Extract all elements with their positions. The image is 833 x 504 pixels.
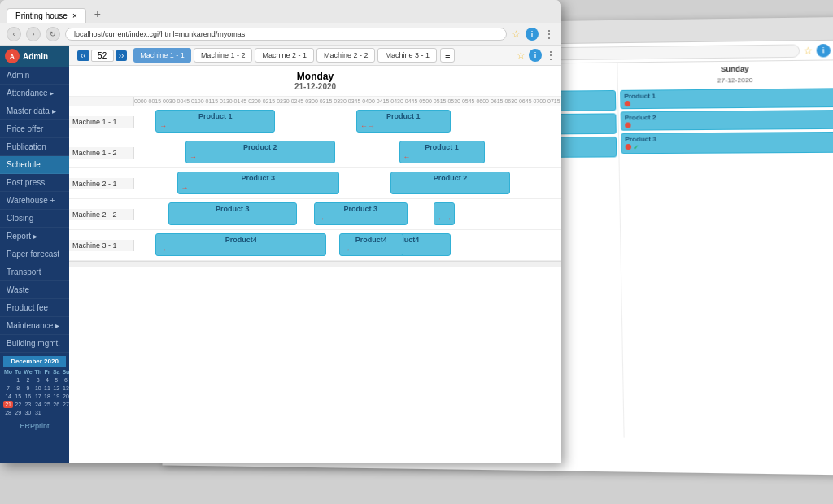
cal-day-4[interactable]: 4 xyxy=(43,376,51,384)
machine-tab-1[interactable]: Machine 1 - 2 xyxy=(194,48,253,63)
cal-day-9[interactable]: 9 xyxy=(23,385,33,392)
front-nav-back[interactable]: ‹ xyxy=(7,27,21,41)
gantt-row-0: Machine 1 - 1Product 1→Product 1←→ xyxy=(69,106,561,137)
cal-day-1[interactable]: 1 xyxy=(14,376,22,384)
cal-day-20[interactable]: 20 xyxy=(61,393,69,400)
toolbar-menu-icon[interactable]: ⋮ xyxy=(545,49,556,62)
front-nav-forward[interactable]: › xyxy=(26,27,41,41)
front-tab-new[interactable]: + xyxy=(88,5,107,23)
cal-day-18[interactable]: 18 xyxy=(43,393,51,400)
front-content: A Admin AdminAttendance ▸Master data ▸Pr… xyxy=(0,46,561,463)
cal-day-13[interactable]: 13 xyxy=(61,385,69,392)
cal-day-5[interactable]: 5 xyxy=(52,376,61,384)
sidebar-item-transport[interactable]: Transport xyxy=(0,263,69,281)
cal-day-19[interactable]: 19 xyxy=(52,393,61,400)
cal-day-2[interactable]: 2 xyxy=(23,376,33,384)
cal-day-3[interactable]: 3 xyxy=(34,376,43,384)
cal-day-25[interactable]: 25 xyxy=(43,401,51,408)
red-dot-icon xyxy=(624,101,630,106)
gantt-machine-label-4: Machine 3 - 1 xyxy=(69,240,134,251)
front-menu-icon[interactable]: ⋮ xyxy=(543,28,555,41)
gantt-header: Monday 21-12-2020 xyxy=(69,66,561,97)
sidebar-item-product-fee[interactable]: Product fee xyxy=(0,299,69,317)
gantt-scrollbar[interactable] xyxy=(69,261,561,267)
gantt-bar-3-2[interactable]: ←→ xyxy=(434,202,455,225)
sidebar-item-price-offer[interactable]: Price offer xyxy=(0,120,69,138)
grid-view-btn[interactable]: ≡ xyxy=(440,48,455,63)
cal-day-21[interactable]: 21 xyxy=(3,401,13,408)
sidebar-item-closing[interactable]: Closing xyxy=(0,210,69,228)
prev-week-btn[interactable]: ‹‹ xyxy=(77,50,89,61)
cal-day-30[interactable]: 30 xyxy=(23,409,33,416)
gantt-bar-2-0[interactable]: Product 3→ xyxy=(177,172,340,194)
cal-day-24[interactable]: 24 xyxy=(34,401,43,408)
front-bookmark-icon[interactable]: ☆ xyxy=(512,28,521,40)
gantt-rows: Machine 1 - 1Product 1→Product 1←→Machin… xyxy=(69,106,561,261)
sidebar-nav: AdminAttendance ▸Master data ▸Price offe… xyxy=(0,67,69,353)
sidebar-item-waste[interactable]: Waste xyxy=(0,281,69,299)
machine-tab-3[interactable]: Machine 2 - 2 xyxy=(316,48,376,63)
next-week-btn[interactable]: ›› xyxy=(116,50,128,61)
cal-day-10[interactable]: 10 xyxy=(34,385,43,392)
back-info-icon[interactable]: i xyxy=(816,43,831,57)
gantt-bar-0-1[interactable]: Product 1←→ xyxy=(356,110,451,133)
toolbar: ‹‹ ›› Machine 1 - 1Machine 1 - 2Machine … xyxy=(69,46,561,66)
gantt-bar-4-2[interactable]: Product4→ xyxy=(339,233,403,256)
front-tab-bar: Printing house × + xyxy=(0,0,561,23)
sidebar-item-paper-forecast[interactable]: Paper forecast xyxy=(0,245,69,263)
week-input[interactable] xyxy=(91,50,114,62)
gantt-bar-3-0[interactable]: Product 3 xyxy=(168,202,297,225)
cal-day-12[interactable]: 12 xyxy=(52,385,61,392)
cal-day-28[interactable]: 28 xyxy=(3,409,13,416)
back-bookmark-icon[interactable]: ☆ xyxy=(803,45,813,56)
cal-day-27[interactable]: 27 xyxy=(61,401,69,408)
machine-tab-2[interactable]: Machine 2 - 1 xyxy=(255,48,314,63)
gantt-bar-0-0[interactable]: Product 1→ xyxy=(155,110,275,133)
cal-day-22[interactable]: 22 xyxy=(14,401,22,408)
cal-empty xyxy=(43,409,51,416)
gantt-container[interactable]: Monday 21-12-2020 0000 0015 0030 0045 01… xyxy=(69,66,561,463)
front-address-bar: ‹ › ↻ localhost/current/index.cgi/html=m… xyxy=(0,23,561,46)
sidebar-item-publication[interactable]: Publication xyxy=(0,138,69,156)
red-dot-icon xyxy=(625,122,631,128)
sidebar-item-attendance--[interactable]: Attendance ▸ xyxy=(0,85,69,102)
cal-day-17[interactable]: 17 xyxy=(34,393,43,400)
cal-day-7[interactable]: 7 xyxy=(3,385,13,392)
cal-day-29[interactable]: 29 xyxy=(14,409,22,416)
cal-day-6[interactable]: 6 xyxy=(61,376,69,384)
machine-tab-4[interactable]: Machine 3 - 1 xyxy=(377,48,437,63)
gantt-row-content-3: Product 3Product 3→←→ xyxy=(134,199,561,229)
toolbar-bookmark-icon[interactable]: ☆ xyxy=(517,50,526,61)
front-nav-reload[interactable]: ↻ xyxy=(46,27,60,41)
cal-day-8[interactable]: 8 xyxy=(14,385,22,392)
cal-header-cell: Fr xyxy=(43,368,51,376)
cal-day-16[interactable]: 16 xyxy=(23,393,33,400)
sidebar-item-building-mgmt-[interactable]: Building mgmt. xyxy=(0,335,69,353)
cal-day-14[interactable]: 14 xyxy=(3,393,13,400)
sidebar-item-master-data--[interactable]: Master data ▸ xyxy=(0,102,69,120)
gantt-bar-text-0-0: Product 1 xyxy=(198,112,233,120)
machine-tab-0[interactable]: Machine 1 - 1 xyxy=(133,48,191,63)
sidebar-item-maintenance--[interactable]: Maintenance ▸ xyxy=(0,317,69,335)
front-tab-close[interactable]: × xyxy=(72,11,77,20)
gantt-bar-2-1[interactable]: Product 2 xyxy=(390,172,510,194)
cal-day-15[interactable]: 15 xyxy=(14,393,22,400)
sidebar-item-warehouse--[interactable]: Warehouse + xyxy=(0,192,69,210)
gantt-row-2: Machine 2 - 1Product 3→Product 2 xyxy=(69,168,561,199)
sidebar-item-post-press[interactable]: Post press xyxy=(0,174,69,192)
cal-day-26[interactable]: 26 xyxy=(52,401,61,408)
cal-day-23[interactable]: 23 xyxy=(23,401,33,408)
cal-day-11[interactable]: 11 xyxy=(43,385,51,392)
cal-day-31[interactable]: 31 xyxy=(34,409,43,416)
sidebar-item-schedule[interactable]: Schedule xyxy=(0,156,69,174)
gantt-bar-4-0[interactable]: Product4→ xyxy=(155,233,326,256)
gantt-bar-3-1[interactable]: Product 3→ xyxy=(314,202,408,225)
front-address-input[interactable]: localhost/current/index.cgi/html=munkare… xyxy=(65,28,507,41)
gantt-bar-1-1[interactable]: Product 1← xyxy=(399,141,485,163)
front-info-icon[interactable]: i xyxy=(526,28,539,41)
sidebar-item-report--[interactable]: Report ▸ xyxy=(0,228,69,245)
gantt-bar-1-0[interactable]: Product 2→ xyxy=(185,141,335,163)
cal-empty xyxy=(52,409,61,416)
sidebar-item-admin[interactable]: Admin xyxy=(0,67,69,85)
front-tab-1[interactable]: Printing house × xyxy=(7,8,86,23)
